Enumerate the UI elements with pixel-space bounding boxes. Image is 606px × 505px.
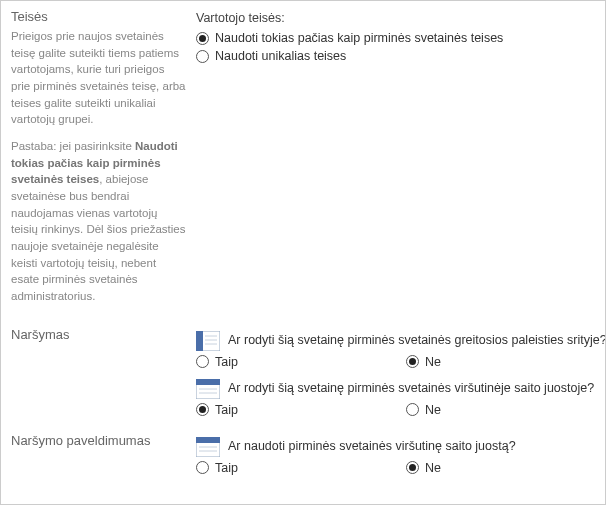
radio-unique-label: Naudoti unikalias teises [215, 49, 346, 63]
permissions-desc2: Pastaba: jei pasirinksite Naudoti tokias… [11, 138, 186, 305]
radio-icon [196, 32, 209, 45]
section-nav-inherit: Naršymo paveldimumas Ar naudoti pirminės… [1, 427, 605, 485]
svg-rect-6 [196, 379, 220, 385]
section-permissions: Teisės Prieigos prie naujos svetainės te… [1, 1, 605, 315]
quicklaunch-icon [196, 331, 220, 351]
inherit-q1-no[interactable]: Ne [406, 461, 606, 475]
radio-same-permissions[interactable]: Naudoti tokias pačias kaip pirminės svet… [196, 31, 595, 45]
permissions-desc2-prefix: Pastaba: jei pasirinksite [11, 140, 135, 152]
radio-icon [406, 403, 419, 416]
no-label: Ne [425, 403, 441, 417]
navigation-title: Naršymas [11, 327, 186, 342]
nav-q2-text: Ar rodyti šią svetainę pirminės svetainė… [228, 379, 594, 395]
nav-q1-no[interactable]: Ne [406, 355, 606, 369]
permissions-desc2-suffix: , abiejose svetainėse bus bendrai naudoj… [11, 173, 185, 302]
radio-icon [196, 403, 209, 416]
inherit-q1-row: Ar naudoti pirminės svetainės viršutinę … [196, 437, 606, 457]
nav-q1-row: Ar rodyti šią svetainę pirminės svetainė… [196, 331, 606, 351]
inherit-q1-options: Taip Ne [196, 461, 606, 475]
navigation-left: Naršymas [11, 327, 196, 427]
radio-same-label: Naudoti tokias pačias kaip pirminės svet… [215, 31, 503, 45]
nav-inherit-left: Naršymo paveldimumas [11, 433, 196, 485]
nav-q1-yes[interactable]: Taip [196, 355, 406, 369]
no-label: Ne [425, 355, 441, 369]
radio-unique-permissions[interactable]: Naudoti unikalias teises [196, 49, 595, 63]
radio-icon [196, 50, 209, 63]
radio-icon [196, 461, 209, 474]
svg-rect-10 [196, 437, 220, 443]
nav-q2-options: Taip Ne [196, 403, 606, 417]
radio-icon [196, 355, 209, 368]
inherit-q1-yes[interactable]: Taip [196, 461, 406, 475]
yes-label: Taip [215, 461, 238, 475]
nav-q2-row: Ar rodyti šią svetainę pirminės svetainė… [196, 379, 606, 399]
radio-icon [406, 461, 419, 474]
inherit-q1-text: Ar naudoti pirminės svetainės viršutinę … [228, 437, 516, 453]
navigation-right: Ar rodyti šią svetainę pirminės svetainė… [196, 327, 606, 427]
permissions-left: Teisės Prieigos prie naujos svetainės te… [11, 9, 196, 315]
yes-label: Taip [215, 403, 238, 417]
nav-q2-yes[interactable]: Taip [196, 403, 406, 417]
radio-icon [406, 355, 419, 368]
permissions-field-label: Vartotojo teisės: [196, 11, 595, 25]
permissions-title: Teisės [11, 9, 186, 24]
nav-q1-options: Taip Ne [196, 355, 606, 369]
section-navigation: Naršymas Ar rodyti šią svetainę pirminės… [1, 315, 605, 427]
topbar-icon [196, 379, 220, 399]
nav-inherit-right: Ar naudoti pirminės svetainės viršutinę … [196, 433, 606, 485]
nav-inherit-title: Naršymo paveldimumas [11, 433, 186, 448]
no-label: Ne [425, 461, 441, 475]
nav-q1-text: Ar rodyti šią svetainę pirminės svetainė… [228, 331, 606, 347]
svg-rect-1 [196, 331, 203, 351]
permissions-right: Vartotojo teisės: Naudoti tokias pačias … [196, 9, 595, 315]
permissions-desc1: Prieigos prie naujos svetainės teisę gal… [11, 28, 186, 128]
yes-label: Taip [215, 355, 238, 369]
topbar-icon [196, 437, 220, 457]
nav-q2-no[interactable]: Ne [406, 403, 606, 417]
